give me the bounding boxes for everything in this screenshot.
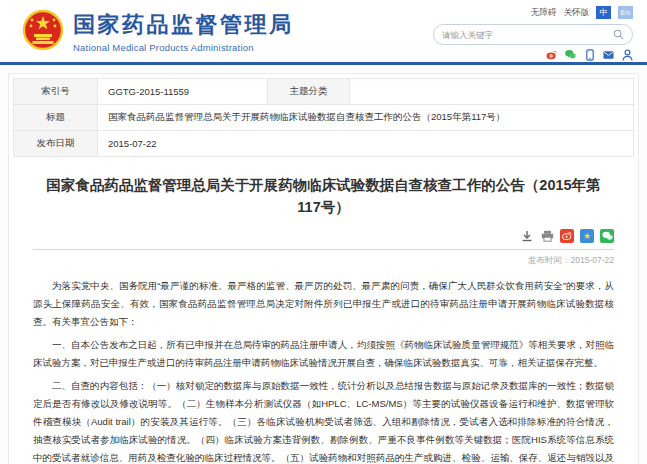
table-row: 标题 国家食品药品监督管理总局关于开展药物临床试验数据自查核查工作的公告（201… [14, 105, 634, 131]
article-title: 国家食品药品监督管理总局关于开展药物临床试验数据自查核查工作的公告（2015年第… [43, 175, 604, 219]
lang-toggle-en[interactable]: En [618, 6, 633, 19]
share-wechat-icon[interactable] [600, 229, 614, 243]
table-row: 发布日期 2015-07-22 [14, 131, 634, 157]
index-number-label: 索引号 [14, 79, 98, 105]
index-number-value: GGTG-2015-11559 [98, 79, 268, 105]
paragraph: 一、自本公告发布之日起，所有已申报并在总局待审的药品注册申请人，均须按照《药物临… [33, 336, 614, 372]
header-divider-bar [0, 62, 647, 65]
email-icon[interactable] [603, 49, 614, 60]
site-name-zh: 国家药品监督管理局 [73, 10, 294, 40]
topic-category-label: 主题分类 [268, 79, 350, 105]
title-value: 国家食品药品监督管理总局关于开展药物临床试验数据自查核查工作的公告（2015年第… [98, 105, 634, 131]
site-name-en: National Medical Products Administration [73, 42, 294, 53]
national-emblem-icon [22, 8, 64, 54]
paragraph: 为落实党中央、国务院用“最严谨的标准、最严格的监管、最严厉的处罚、最严肃的问责，… [33, 277, 614, 331]
header-social-icons [433, 49, 633, 60]
lang-toggle-zh[interactable]: 中 [596, 6, 611, 19]
publish-time: 发布时间：2015-07-22 [33, 255, 614, 267]
search-input[interactable] [442, 30, 613, 40]
paragraph: 二、自查的内容包括：（一）核对锁定的数据库与原始数据一致性，统计分析以及总结报告… [33, 377, 614, 464]
download-icon[interactable] [520, 229, 534, 243]
search-icon[interactable] [613, 29, 624, 40]
site-logo[interactable]: 国家药品监督管理局 National Medical Products Admi… [22, 8, 294, 54]
wechat-icon[interactable] [565, 49, 576, 60]
publish-date-label: 发布日期 [14, 131, 98, 157]
table-row: 索引号 GGTG-2015-11559 主题分类 [14, 79, 634, 105]
site-header: 国家药品监督管理局 National Medical Products Admi… [0, 0, 647, 62]
mobile-icon[interactable] [584, 49, 595, 60]
share-weibo-icon[interactable] [560, 229, 574, 243]
topic-category-value [350, 79, 634, 105]
document-info-table: 索引号 GGTG-2015-11559 主题分类 标题 国家食品药品监督管理总局… [13, 78, 634, 157]
site-search[interactable] [433, 24, 633, 45]
share-qzone-icon[interactable]: ★ [580, 229, 594, 243]
care-version-link[interactable]: 关怀版 [564, 7, 590, 19]
accessibility-link[interactable]: 无障碍 [531, 7, 557, 19]
article-body: 为落实党中央、国务院用“最严谨的标准、最严格的监管、最严厉的处罚、最严肃的问责，… [33, 277, 614, 464]
print-icon[interactable] [540, 229, 554, 243]
article: 国家食品药品监督管理总局关于开展药物临床试验数据自查核查工作的公告（2015年第… [9, 157, 638, 464]
weibo-icon[interactable] [546, 49, 557, 60]
title-label: 标题 [14, 105, 98, 131]
content-panel: 索引号 GGTG-2015-11559 主题分类 标题 国家食品药品监督管理总局… [8, 73, 639, 464]
publish-date-value: 2015-07-22 [98, 131, 634, 157]
article-toolbar: ★ [33, 229, 614, 250]
top-utility-links: 无障碍 关怀版 中 En [433, 6, 633, 19]
user-icon[interactable] [622, 49, 633, 60]
